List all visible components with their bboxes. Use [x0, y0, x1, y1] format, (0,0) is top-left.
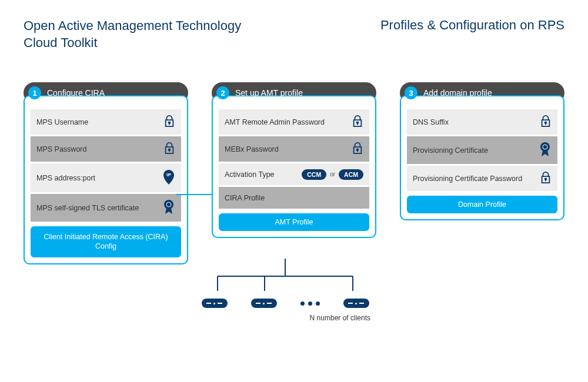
label: Provisioning Certificate Password — [413, 175, 522, 183]
step-title-1: Configure CIRA — [47, 88, 105, 98]
ribbon-icon — [162, 199, 175, 216]
ellipsis-icon — [300, 299, 320, 308]
step-number-1: 1 — [28, 86, 41, 99]
ip-pin-icon — [162, 169, 175, 187]
footer-cira-config: Client Initiated Remote Access (CIRA) Co… — [31, 226, 181, 257]
ccm-capsule: CCM — [302, 169, 326, 180]
acm-capsule: ACM — [339, 169, 363, 180]
label: MPS address:port — [36, 174, 95, 182]
clients-count-label: N number of clients — [188, 314, 382, 322]
label: MPS Password — [36, 145, 86, 153]
label: AMT Remote Admin Password — [225, 118, 325, 126]
label: CIRA Profile — [225, 194, 265, 202]
lock-icon — [352, 115, 363, 129]
row-mebx-pw: MEBx Password — [219, 136, 369, 162]
step-number-2: 2 — [216, 86, 229, 99]
row-amt-admin-pw: AMT Remote Admin Password — [219, 109, 369, 135]
or-text: or — [330, 171, 335, 177]
connector-cira-to-amt — [176, 194, 212, 195]
lock-icon — [163, 142, 175, 156]
client-node — [202, 299, 228, 308]
client-node — [343, 299, 369, 308]
clients-tree: N number of clients — [188, 259, 382, 322]
footer-domain-profile: Domain Profile — [407, 196, 557, 213]
row-dns-suffix: DNS Suffix — [407, 109, 557, 135]
row-activation-type: Activation Type CCM or ACM — [219, 163, 369, 185]
step-title-2: Set up AMT profile — [235, 88, 303, 98]
lock-icon — [352, 142, 363, 156]
client-node — [251, 299, 277, 308]
row-prov-cert: Provisioning Certificate — [407, 136, 557, 164]
activation-options: CCM or ACM — [302, 169, 363, 180]
panel-amt: AMT Remote Admin Password MEBx Password … — [212, 95, 376, 238]
row-cira-profile: CIRA Profile — [219, 187, 369, 209]
row-mps-password: MPS Password — [31, 136, 181, 162]
column-domain-profile: 3 Add domain profile DNS Suffix Provisio… — [400, 82, 564, 264]
row-mps-address: MPS address:port — [31, 163, 181, 192]
title-right: Profiles & Configuration on RPS — [380, 18, 564, 33]
label: MPS self-signed TLS certificate — [36, 204, 139, 212]
label: Provisioning Certificate — [413, 146, 488, 155]
column-configure-cira: 1 Configure CIRA MPS Username MPS Passwo… — [24, 82, 188, 264]
row-prov-cert-pw: Provisioning Certificate Password — [407, 166, 557, 191]
title-left: Open Active Management Technology Cloud … — [24, 18, 270, 51]
step-number-3: 3 — [405, 86, 417, 99]
lock-icon — [540, 171, 552, 186]
label: Activation Type — [225, 170, 275, 179]
row-mps-cert: MPS self-signed TLS certificate — [31, 194, 181, 222]
step-title-3: Add domain profile — [423, 88, 492, 98]
lock-icon — [163, 115, 175, 129]
lock-icon — [540, 115, 552, 129]
column-amt-profile: 2 Set up AMT profile AMT Remote Admin Pa… — [212, 82, 376, 264]
label: DNS Suffix — [413, 118, 449, 126]
footer-amt-profile: AMT Profile — [219, 213, 369, 231]
panel-domain: DNS Suffix Provisioning Certificate Prov… — [400, 95, 564, 220]
panel-cira: MPS Username MPS Password MPS address:po… — [24, 95, 188, 264]
label: MEBx Password — [225, 145, 279, 153]
ribbon-icon — [539, 142, 552, 159]
row-mps-username: MPS Username — [31, 109, 181, 135]
label: MPS Username — [36, 118, 88, 126]
